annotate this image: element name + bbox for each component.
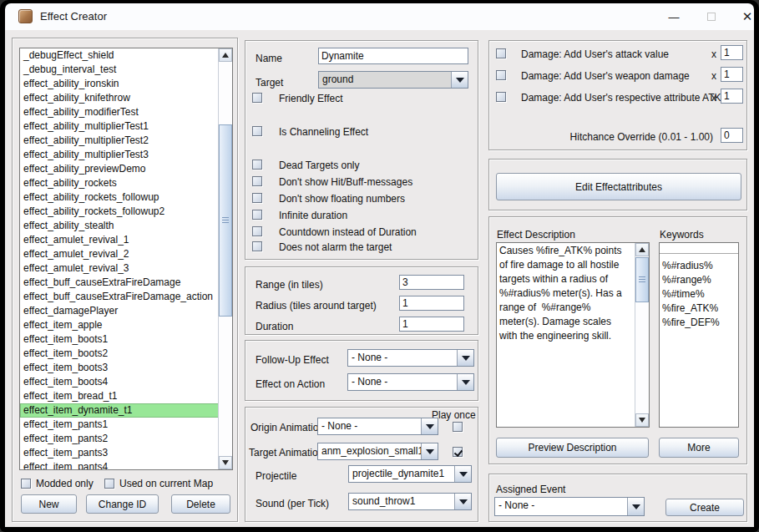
damage-attack-multiplier-input[interactable] [721,45,743,60]
hitchance-input[interactable] [721,128,743,143]
close-button[interactable]: ✕ [729,3,759,30]
target-play-once-checkbox[interactable] [453,447,463,457]
damage-attribute-checkbox[interactable] [496,92,506,102]
origin-animation-dropdown-button[interactable] [421,418,438,434]
maximize-button[interactable] [693,3,730,30]
projectile-combobox[interactable]: projectile_dynamite1 [348,465,472,483]
effect-attributes-panel: Edit Effectattributes [488,159,747,210]
list-item[interactable]: effect_ability_rockets [20,176,219,190]
keyword-item[interactable]: %fire_ATK% [660,301,738,316]
list-item[interactable]: effect_item_boots3 [20,361,219,375]
list-item[interactable]: effect_item_boots4 [20,375,219,389]
assigned-event-dropdown-button[interactable] [627,498,644,515]
keyword-item[interactable]: %#time% [660,287,738,301]
list-item[interactable]: effect_item_pants1 [20,418,219,432]
more-button[interactable]: More [659,438,739,458]
target-animation-combobox[interactable]: anm_explosion_small1 [317,443,438,460]
target-animation-dropdown-button[interactable] [421,443,438,459]
target-dropdown-button[interactable] [451,72,468,88]
list-item[interactable]: effect_amulet_revival_3 [20,261,219,276]
damage-weapon-checkbox[interactable] [496,70,506,80]
damage-attack-checkbox[interactable] [496,48,506,58]
list-item[interactable]: effect_ability_rockets_followup [20,190,219,205]
keyword-item[interactable]: %#radius% [660,259,738,273]
list-item[interactable]: effect_buff_causeExtraFireDamage [20,276,219,290]
keywords-listbox[interactable]: %#radius%%#range%%#time%%fire_ATK%%fire_… [659,242,739,428]
create-button[interactable]: Create [665,499,744,516]
no-floating-numbers-checkbox[interactable] [252,193,262,203]
list-item[interactable]: effect_item_dynamite_t1 [20,403,219,418]
countdown-checkbox[interactable] [252,226,262,236]
effect-list-scrollbar[interactable] [218,48,232,469]
friendly-effect-checkbox[interactable] [252,93,262,103]
list-item[interactable]: effect_ability_multiplierTest3 [20,148,219,162]
list-item[interactable]: effect_amulet_revival_2 [20,247,219,261]
list-item[interactable]: _debug_interval_test [20,63,219,77]
name-input[interactable] [318,48,468,64]
list-item[interactable]: effect_ability_modifierTest [20,105,219,119]
list-item[interactable]: effect_ability_multiplierTest2 [20,134,219,148]
scroll-up-button[interactable] [219,48,232,62]
scroll-down-button[interactable] [635,413,649,427]
sound-dropdown-button[interactable] [454,494,471,509]
scrollbar-thumb[interactable] [635,257,649,302]
scrollbar-thumb[interactable] [219,124,232,317]
dead-targets-checkbox[interactable] [252,160,262,170]
list-item[interactable]: effect_buff_causeExtraFireDamage_action [20,290,219,304]
list-item[interactable]: _debugEffect_shield [20,48,219,63]
modded-only-checkbox[interactable] [21,479,31,489]
damage-weapon-multiplier-input[interactable] [721,67,743,82]
followup-dropdown-button[interactable] [457,350,473,366]
list-item[interactable]: effect_ability_ironskin [20,77,219,91]
on-action-dropdown-button[interactable] [457,374,473,390]
list-item[interactable]: effect_damagePlayer [20,304,219,318]
new-button[interactable]: New [21,494,77,514]
used-on-map-checkbox[interactable] [104,479,114,489]
radius-input[interactable] [399,296,464,311]
list-item[interactable]: effect_item_boots2 [20,347,219,361]
followup-combobox[interactable]: - None - [347,349,474,367]
damage-attack-x: x [711,48,716,60]
effect-description-textarea[interactable]: Causes %fire_ATK% points of fire damage … [496,242,650,428]
minimize-button[interactable]: — [655,3,692,30]
list-item[interactable]: effect_ability_stealth [20,219,219,233]
infinite-duration-checkbox[interactable] [252,210,262,220]
sound-combobox[interactable]: sound_throw1 [348,493,472,510]
general-settings-panel: Name Target ground Friendly Effect Is Ch… [245,40,478,260]
preview-description-button[interactable]: Preview Description [496,438,649,458]
no-hit-messages-checkbox[interactable] [252,176,262,186]
list-item[interactable]: effect_amulet_revival_1 [20,233,219,247]
duration-input[interactable] [399,317,464,332]
keyword-item[interactable]: %#range% [660,273,738,287]
list-item[interactable]: effect_item_apple [20,318,219,332]
arrow-up-icon [639,247,645,252]
list-item[interactable]: effect_ability_knifethrow [20,91,219,105]
description-scrollbar[interactable] [635,243,649,427]
scroll-up-button[interactable] [635,243,649,256]
target-animation-label: Target Animation [249,447,323,459]
delete-button[interactable]: Delete [171,494,230,514]
no-alarm-checkbox[interactable] [252,241,262,251]
projectile-dropdown-button[interactable] [454,466,471,482]
damage-attribute-multiplier-input[interactable] [721,89,743,104]
list-item[interactable]: effect_item_pants4 [20,460,219,469]
scroll-down-button[interactable] [219,456,232,469]
list-item[interactable]: effect_ability_rockets_followup2 [20,205,219,219]
list-item[interactable]: effect_ability_previewDemo [20,162,219,176]
origin-animation-label: Origin Animation [250,422,324,433]
list-item[interactable]: effect_item_pants3 [20,446,219,460]
on-action-combobox[interactable]: - None - [347,373,474,391]
list-item[interactable]: effect_item_boots1 [20,332,219,347]
range-input[interactable] [399,275,464,290]
list-item[interactable]: effect_item_pants2 [20,432,219,446]
target-combobox[interactable]: ground [318,71,468,89]
change-id-button[interactable]: Change ID [86,494,159,514]
edit-effectattributes-button[interactable]: Edit Effectattributes [496,173,741,200]
assigned-event-combobox[interactable]: - None - [494,497,645,516]
keyword-item[interactable]: %fire_DEF% [660,316,738,330]
origin-play-once-checkbox[interactable] [453,422,463,432]
list-item[interactable]: effect_item_bread_t1 [20,389,219,403]
channeling-effect-checkbox[interactable] [252,126,262,136]
list-item[interactable]: effect_ability_multiplierTest1 [20,119,219,134]
origin-animation-combobox[interactable]: - None - [317,418,438,435]
